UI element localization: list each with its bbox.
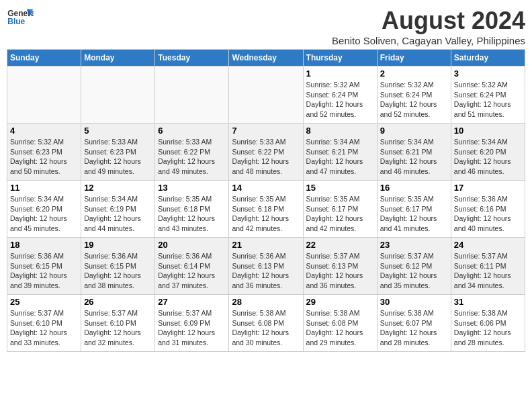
day-number: 30 bbox=[380, 297, 448, 307]
day-info: Sunrise: 5:34 AM Sunset: 6:21 PM Dayligh… bbox=[380, 137, 448, 177]
day-info: Sunrise: 5:33 AM Sunset: 6:22 PM Dayligh… bbox=[232, 137, 300, 177]
table-row bbox=[229, 66, 303, 124]
table-row: 5Sunrise: 5:33 AM Sunset: 6:23 PM Daylig… bbox=[81, 124, 155, 181]
day-info: Sunrise: 5:36 AM Sunset: 6:15 PM Dayligh… bbox=[10, 251, 78, 291]
header-saturday: Saturday bbox=[451, 50, 525, 66]
header-sunday: Sunday bbox=[7, 50, 81, 66]
day-number: 2 bbox=[380, 68, 448, 79]
table-row: 27Sunrise: 5:37 AM Sunset: 6:09 PM Dayli… bbox=[155, 295, 229, 352]
table-row: 18Sunrise: 5:36 AM Sunset: 6:15 PM Dayli… bbox=[7, 238, 81, 295]
day-number: 15 bbox=[306, 183, 374, 193]
day-info: Sunrise: 5:37 AM Sunset: 6:10 PM Dayligh… bbox=[84, 308, 152, 348]
table-row: 2Sunrise: 5:32 AM Sunset: 6:24 PM Daylig… bbox=[377, 66, 451, 124]
day-number: 12 bbox=[84, 183, 152, 193]
table-row: 23Sunrise: 5:37 AM Sunset: 6:12 PM Dayli… bbox=[377, 238, 451, 295]
day-info: Sunrise: 5:34 AM Sunset: 6:20 PM Dayligh… bbox=[454, 137, 522, 177]
day-info: Sunrise: 5:36 AM Sunset: 6:16 PM Dayligh… bbox=[454, 194, 522, 234]
calendar-week-row: 18Sunrise: 5:36 AM Sunset: 6:15 PM Dayli… bbox=[7, 238, 525, 295]
day-number: 13 bbox=[158, 183, 226, 193]
day-number: 31 bbox=[454, 297, 522, 307]
day-info: Sunrise: 5:33 AM Sunset: 6:22 PM Dayligh… bbox=[158, 137, 226, 177]
day-number: 18 bbox=[10, 240, 78, 250]
table-row: 25Sunrise: 5:37 AM Sunset: 6:10 PM Dayli… bbox=[7, 295, 81, 352]
table-row: 28Sunrise: 5:38 AM Sunset: 6:08 PM Dayli… bbox=[229, 295, 303, 352]
day-number: 21 bbox=[232, 240, 300, 250]
calendar-week-row: 4Sunrise: 5:32 AM Sunset: 6:23 PM Daylig… bbox=[7, 124, 525, 181]
day-info: Sunrise: 5:33 AM Sunset: 6:23 PM Dayligh… bbox=[84, 137, 152, 177]
table-row: 29Sunrise: 5:38 AM Sunset: 6:08 PM Dayli… bbox=[303, 295, 377, 352]
day-number: 17 bbox=[454, 183, 522, 193]
day-number: 19 bbox=[84, 240, 152, 250]
day-info: Sunrise: 5:34 AM Sunset: 6:19 PM Dayligh… bbox=[84, 194, 152, 234]
table-row bbox=[81, 66, 155, 124]
calendar-week-row: 11Sunrise: 5:34 AM Sunset: 6:20 PM Dayli… bbox=[7, 181, 525, 238]
day-number: 27 bbox=[158, 297, 226, 307]
calendar-week-row: 1Sunrise: 5:32 AM Sunset: 6:24 PM Daylig… bbox=[7, 66, 525, 124]
table-row: 17Sunrise: 5:36 AM Sunset: 6:16 PM Dayli… bbox=[451, 181, 525, 238]
table-row: 30Sunrise: 5:38 AM Sunset: 6:07 PM Dayli… bbox=[377, 295, 451, 352]
table-row: 7Sunrise: 5:33 AM Sunset: 6:22 PM Daylig… bbox=[229, 124, 303, 181]
table-row: 24Sunrise: 5:37 AM Sunset: 6:11 PM Dayli… bbox=[451, 238, 525, 295]
day-number: 22 bbox=[306, 240, 374, 250]
table-row: 16Sunrise: 5:35 AM Sunset: 6:17 PM Dayli… bbox=[377, 181, 451, 238]
day-number: 23 bbox=[380, 240, 448, 250]
day-number: 1 bbox=[306, 68, 374, 79]
table-row: 22Sunrise: 5:37 AM Sunset: 6:13 PM Dayli… bbox=[303, 238, 377, 295]
day-info: Sunrise: 5:37 AM Sunset: 6:13 PM Dayligh… bbox=[306, 251, 374, 291]
day-number: 10 bbox=[454, 126, 522, 136]
day-info: Sunrise: 5:37 AM Sunset: 6:12 PM Dayligh… bbox=[380, 251, 448, 291]
day-number: 24 bbox=[454, 240, 522, 250]
day-info: Sunrise: 5:32 AM Sunset: 6:24 PM Dayligh… bbox=[454, 80, 522, 120]
day-info: Sunrise: 5:35 AM Sunset: 6:17 PM Dayligh… bbox=[306, 194, 374, 234]
day-info: Sunrise: 5:36 AM Sunset: 6:15 PM Dayligh… bbox=[84, 251, 152, 291]
table-row: 21Sunrise: 5:36 AM Sunset: 6:13 PM Dayli… bbox=[229, 238, 303, 295]
header-friday: Friday bbox=[377, 50, 451, 66]
day-info: Sunrise: 5:37 AM Sunset: 6:09 PM Dayligh… bbox=[158, 308, 226, 348]
day-number: 11 bbox=[10, 183, 78, 193]
calendar-header-row: Sunday Monday Tuesday Wednesday Thursday… bbox=[7, 50, 525, 66]
day-number: 29 bbox=[306, 297, 374, 307]
day-info: Sunrise: 5:32 AM Sunset: 6:23 PM Dayligh… bbox=[10, 137, 78, 177]
logo: General Blue bbox=[7, 7, 34, 27]
day-number: 4 bbox=[10, 126, 78, 136]
main-title: August 2024 bbox=[332, 7, 525, 35]
day-info: Sunrise: 5:36 AM Sunset: 6:13 PM Dayligh… bbox=[232, 251, 300, 291]
calendar-week-row: 25Sunrise: 5:37 AM Sunset: 6:10 PM Dayli… bbox=[7, 295, 525, 352]
day-number: 14 bbox=[232, 183, 300, 193]
day-number: 16 bbox=[380, 183, 448, 193]
table-row: 10Sunrise: 5:34 AM Sunset: 6:20 PM Dayli… bbox=[451, 124, 525, 181]
table-row: 8Sunrise: 5:34 AM Sunset: 6:21 PM Daylig… bbox=[303, 124, 377, 181]
day-number: 7 bbox=[232, 126, 300, 136]
day-info: Sunrise: 5:38 AM Sunset: 6:07 PM Dayligh… bbox=[380, 308, 448, 348]
day-info: Sunrise: 5:34 AM Sunset: 6:20 PM Dayligh… bbox=[10, 194, 78, 234]
day-number: 6 bbox=[158, 126, 226, 136]
page-header: General Blue August 2024 Benito Soliven,… bbox=[7, 7, 525, 46]
day-info: Sunrise: 5:32 AM Sunset: 6:24 PM Dayligh… bbox=[306, 80, 374, 120]
day-number: 25 bbox=[10, 297, 78, 307]
day-info: Sunrise: 5:38 AM Sunset: 6:08 PM Dayligh… bbox=[232, 308, 300, 348]
day-number: 26 bbox=[84, 297, 152, 307]
day-number: 3 bbox=[454, 68, 522, 79]
table-row: 13Sunrise: 5:35 AM Sunset: 6:18 PM Dayli… bbox=[155, 181, 229, 238]
table-row: 1Sunrise: 5:32 AM Sunset: 6:24 PM Daylig… bbox=[303, 66, 377, 124]
table-row bbox=[155, 66, 229, 124]
day-info: Sunrise: 5:37 AM Sunset: 6:10 PM Dayligh… bbox=[10, 308, 78, 348]
day-number: 20 bbox=[158, 240, 226, 250]
table-row: 4Sunrise: 5:32 AM Sunset: 6:23 PM Daylig… bbox=[7, 124, 81, 181]
table-row bbox=[7, 66, 81, 124]
table-row: 11Sunrise: 5:34 AM Sunset: 6:20 PM Dayli… bbox=[7, 181, 81, 238]
table-row: 31Sunrise: 5:38 AM Sunset: 6:06 PM Dayli… bbox=[451, 295, 525, 352]
subtitle: Benito Soliven, Cagayan Valley, Philippi… bbox=[332, 35, 525, 46]
logo-icon: General Blue bbox=[7, 7, 34, 27]
day-info: Sunrise: 5:35 AM Sunset: 6:18 PM Dayligh… bbox=[232, 194, 300, 234]
day-info: Sunrise: 5:35 AM Sunset: 6:17 PM Dayligh… bbox=[380, 194, 448, 234]
day-info: Sunrise: 5:37 AM Sunset: 6:11 PM Dayligh… bbox=[454, 251, 522, 291]
day-info: Sunrise: 5:38 AM Sunset: 6:08 PM Dayligh… bbox=[306, 308, 374, 348]
table-row: 3Sunrise: 5:32 AM Sunset: 6:24 PM Daylig… bbox=[451, 66, 525, 124]
table-row: 6Sunrise: 5:33 AM Sunset: 6:22 PM Daylig… bbox=[155, 124, 229, 181]
header-wednesday: Wednesday bbox=[229, 50, 303, 66]
calendar-table: Sunday Monday Tuesday Wednesday Thursday… bbox=[7, 49, 525, 352]
table-row: 15Sunrise: 5:35 AM Sunset: 6:17 PM Dayli… bbox=[303, 181, 377, 238]
table-row: 26Sunrise: 5:37 AM Sunset: 6:10 PM Dayli… bbox=[81, 295, 155, 352]
table-row: 12Sunrise: 5:34 AM Sunset: 6:19 PM Dayli… bbox=[81, 181, 155, 238]
